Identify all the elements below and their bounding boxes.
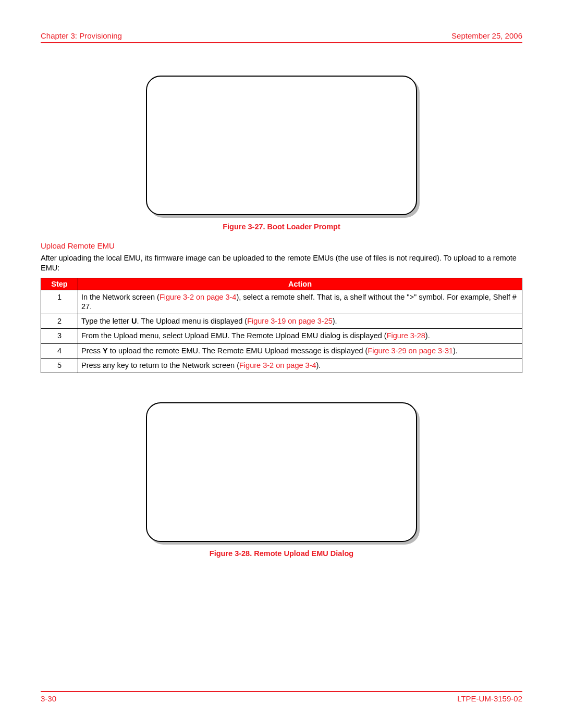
step-action: In the Network screen (Figure 3-2 on pag… [78, 290, 522, 314]
cross-reference[interactable]: Figure 3-29 on page 3-31 [368, 347, 453, 355]
figure-box [146, 402, 417, 542]
page: Chapter 3: Provisioning September 25, 20… [0, 0, 563, 728]
cross-reference[interactable]: Figure 3-28 [387, 331, 425, 340]
cross-reference[interactable]: Figure 3-19 on page 3-25 [247, 317, 333, 325]
footer-doc-id: LTPE-UM-3159-02 [457, 694, 522, 703]
steps-table: Step Action 1 In the Network screen (Fig… [41, 278, 522, 373]
th-step: Step [41, 278, 78, 290]
figure-27-frame [146, 76, 417, 215]
figure-box [146, 76, 417, 215]
figure-27-caption: Figure 3-27. Boot Loader Prompt [41, 223, 522, 231]
page-header: Chapter 3: Provisioning September 25, 20… [41, 31, 522, 43]
step-number: 1 [41, 290, 78, 314]
th-action: Action [78, 278, 522, 290]
header-chapter: Chapter 3: Provisioning [41, 31, 122, 40]
footer-page-number: 3-30 [41, 694, 56, 703]
section-paragraph: After uploading the local EMU, its firmw… [41, 253, 522, 273]
page-footer: 3-30 LTPE-UM-3159-02 [41, 691, 522, 703]
header-date: September 25, 2006 [451, 31, 522, 40]
step-action: Type the letter U. The Upload menu is di… [78, 314, 522, 329]
step-number: 3 [41, 329, 78, 343]
step-action: Press Y to upload the remote EMU. The Re… [78, 343, 522, 358]
table-row: 3 From the Upload menu, select Upload EM… [41, 329, 522, 343]
step-number: 4 [41, 343, 78, 358]
figure-28-frame [146, 402, 417, 542]
table-row: 1 In the Network screen (Figure 3-2 on p… [41, 290, 522, 314]
cross-reference[interactable]: Figure 3-2 on page 3-4 [160, 293, 237, 301]
table-row: 4 Press Y to upload the remote EMU. The … [41, 343, 522, 358]
table-row: 5 Press any key to return to the Network… [41, 358, 522, 373]
step-number: 5 [41, 358, 78, 373]
step-action: From the Upload menu, select Upload EMU.… [78, 329, 522, 343]
cross-reference[interactable]: Figure 3-2 on page 3-4 [239, 361, 316, 369]
step-action: Press any key to return to the Network s… [78, 358, 522, 373]
section-heading: Upload Remote EMU [41, 241, 522, 250]
step-number: 2 [41, 314, 78, 329]
figure-28-caption: Figure 3-28. Remote Upload EMU Dialog [41, 549, 522, 558]
table-row: 2 Type the letter U. The Upload menu is … [41, 314, 522, 329]
